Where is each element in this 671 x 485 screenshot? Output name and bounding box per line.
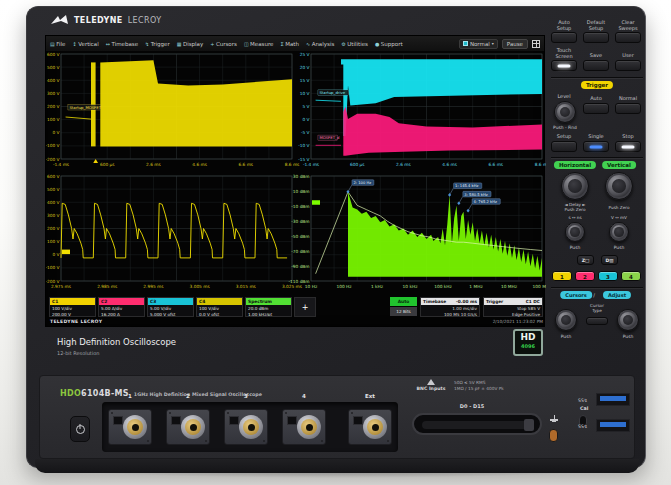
- x-tick: 3.025 ms: [282, 284, 303, 289]
- clear-sweeps-button[interactable]: [615, 32, 641, 43]
- channel-1-button[interactable]: 1: [552, 271, 572, 281]
- status-auto-box[interactable]: Auto: [390, 297, 417, 306]
- cal-label: Cal: [580, 406, 588, 411]
- x-tick: 2.6 ms: [146, 162, 161, 167]
- descriptor-C4[interactable]: C4100 V/div0.0 V ofst: [196, 297, 243, 317]
- pause-button[interactable]: Pause: [502, 39, 528, 49]
- display-screen[interactable]: ▤File↕Vertical↔Timebase↯Trigger▦Display+…: [45, 35, 545, 327]
- quadrant-q4: 30 dBm10 dBm-10 dBm-30 dBm-50 dBm-70 dBm…: [289, 174, 546, 290]
- channel-2-button[interactable]: 2: [575, 271, 595, 281]
- bnc-ring: [123, 415, 147, 439]
- menu-item-label: File: [56, 41, 65, 47]
- x-tick: 8.6 ms: [535, 162, 546, 167]
- cursors-knob[interactable]: [555, 309, 577, 331]
- adjust-section-label: Adjust: [603, 291, 631, 299]
- menu-item-vertical[interactable]: ↕Vertical: [72, 41, 98, 47]
- menu-item-label: Support: [381, 41, 403, 47]
- vertical-offset-knob[interactable]: [605, 172, 633, 200]
- waveform-q2: [343, 107, 542, 156]
- auto-setup-button[interactable]: [551, 32, 577, 43]
- x-tick: -1.4 ms: [303, 162, 320, 167]
- model-prefix: HDO: [60, 389, 81, 398]
- descriptor-C3[interactable]: C35.00 V/div5.000 V ofst: [147, 297, 194, 317]
- menu-item-icon: +: [210, 41, 214, 47]
- touch-screen-button[interactable]: [551, 60, 577, 71]
- menu-item-support[interactable]: ●Support: [375, 41, 403, 47]
- menu-item-trigger[interactable]: ↯Trigger: [145, 41, 170, 47]
- channel-4-button[interactable]: 4: [621, 271, 641, 281]
- oscilloscope-body: TELEDYNE LECROY ▤File↕Vertical↔Timebase↯…: [26, 6, 646, 468]
- add-trace-button[interactable]: +: [294, 297, 316, 317]
- x-tick: 600 µs: [100, 162, 115, 167]
- cursors-adjust-separator: /: [589, 292, 599, 298]
- save-label: Save: [581, 52, 611, 58]
- digital-inputs-connector[interactable]: [412, 413, 542, 435]
- vertical-scale-knob[interactable]: [609, 222, 629, 242]
- trigger-level-knob[interactable]: [554, 101, 576, 123]
- menu-item-file[interactable]: ▤File: [50, 41, 65, 47]
- x-tick: 4.6 ms: [192, 162, 207, 167]
- timestamp: 2/10/2021 11:23:02 PM: [493, 319, 543, 324]
- y-tick: -200 V: [46, 279, 60, 284]
- x-tick: 600 µs: [350, 162, 365, 167]
- power-button[interactable]: [70, 416, 90, 442]
- timebase-descriptor[interactable]: Timebase -0.00 ms 1.00 ms/div 100 MS 10 …: [420, 297, 480, 317]
- cursor-type-button[interactable]: [586, 317, 608, 325]
- y-tick: -5 V: [301, 130, 310, 135]
- descriptor-Spectrum[interactable]: Spectrum20.0 dBm1.00 kHz/pt: [245, 297, 292, 317]
- menu-item-math[interactable]: ΣMath: [280, 41, 298, 47]
- menu-item-utilities[interactable]: ⚙Utilities: [341, 41, 368, 47]
- y-tick: 300 V: [47, 213, 60, 218]
- y-tick: 400 V: [47, 78, 60, 83]
- horizontal-delay-knob[interactable]: [561, 172, 589, 200]
- zoom-button[interactable]: Z□: [577, 255, 594, 265]
- default-setup-button[interactable]: [583, 32, 609, 43]
- menu-item-measure[interactable]: ◫Measure: [244, 41, 274, 47]
- save-button[interactable]: [583, 60, 609, 71]
- menu-item-display[interactable]: ▦Display: [177, 41, 204, 47]
- grid-layout-icon[interactable]: [532, 40, 540, 48]
- usb-port-2[interactable]: [596, 419, 630, 432]
- trigger-stop-button[interactable]: [615, 141, 641, 152]
- menu-item-cursors[interactable]: +Cursors: [210, 41, 237, 47]
- trigger-setup-button[interactable]: [551, 141, 577, 152]
- menu-item-analysis[interactable]: ∿Analysis: [306, 41, 334, 47]
- menu-item-timebase[interactable]: ↔Timebase: [106, 41, 138, 47]
- horizontal-push-label: Push: [559, 245, 591, 250]
- bnc-ring: [297, 415, 321, 439]
- bezel-caption: High Definition Oscilloscope 12-bit Reso…: [57, 337, 176, 356]
- digital-button[interactable]: D▥: [601, 255, 618, 265]
- volt-range-label: V ↔ mV: [603, 215, 635, 220]
- ground-terminal: [548, 406, 560, 442]
- trigger-descriptor[interactable]: Trigger C1 DC Stop 585 V Edge Positive: [483, 297, 543, 317]
- vertical-push-label: Push: [603, 245, 635, 250]
- y-tick: 0 V: [52, 252, 59, 257]
- screen-brand: TELEDYNE LECROY: [50, 319, 102, 324]
- x-tick: 2.995 ms: [143, 284, 164, 289]
- descriptor-C2[interactable]: C25.00 A/div16.200 A: [98, 297, 145, 317]
- warning-triangle-icon: [427, 379, 435, 385]
- menu-item-label: Math: [285, 41, 299, 47]
- trigger-normal-button[interactable]: [615, 103, 641, 114]
- trigger-single-button[interactable]: [583, 141, 609, 152]
- input-label-3: 3: [238, 393, 254, 399]
- timebase-line2: 100 MS 10 GS/s: [423, 312, 477, 318]
- descriptor-C1[interactable]: C1100 V/div200.00 V: [49, 297, 96, 317]
- timebase-scale-knob[interactable]: [565, 222, 585, 242]
- usb-port-1[interactable]: [596, 393, 630, 406]
- y-tick: -10 V: [298, 143, 309, 148]
- y-tick: 100 V: [47, 239, 60, 244]
- trigger-position-marker: [93, 159, 98, 163]
- user-button[interactable]: [615, 60, 641, 71]
- bnc-connector-1: [108, 409, 152, 445]
- trigger-auto-button[interactable]: [583, 103, 609, 114]
- usb2-tongue: [600, 422, 626, 427]
- y-tick: -70 dBm: [291, 249, 309, 254]
- y-tick: 400 V: [47, 200, 60, 205]
- menu-item-label: Analysis: [312, 41, 335, 47]
- menu-item-icon: ∿: [306, 41, 310, 47]
- acquisition-mode-dropdown[interactable]: Normal ▾: [459, 39, 498, 49]
- channel-3-button[interactable]: 3: [598, 271, 618, 281]
- y-tick: 25 V: [300, 52, 310, 57]
- adjust-knob[interactable]: [617, 309, 639, 331]
